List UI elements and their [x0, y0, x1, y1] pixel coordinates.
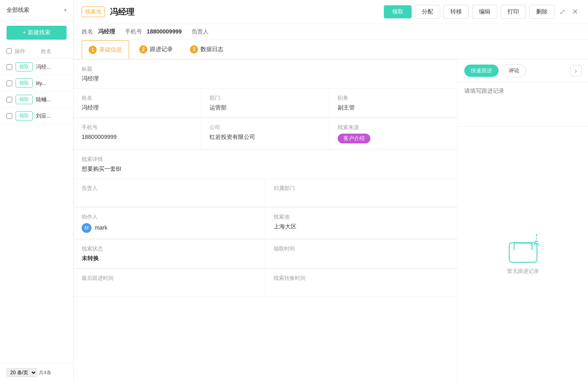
convert-time-value: [274, 284, 449, 291]
header-actions: 领取 分配 转移 编辑 打印 删除 ⤢ ✕: [384, 5, 580, 19]
source-value: 客户介绍: [338, 134, 449, 143]
title-label: 标题: [82, 65, 449, 73]
company-label: 公司: [209, 124, 321, 131]
total-count: 共4条: [39, 369, 51, 376]
transfer-button[interactable]: 转移: [443, 5, 469, 19]
page-title: 冯经理: [110, 7, 379, 18]
name-field: 姓名 冯经理: [82, 28, 115, 36]
sidebar-filter[interactable]: 全部线索 ▾: [0, 0, 73, 21]
claim-button[interactable]: 领取: [16, 95, 33, 104]
detail-tabs: 1 基础信息 2 跟进记录 3 数据日志: [74, 40, 588, 59]
per-page-select[interactable]: 20 条/页: [7, 368, 37, 377]
assign-button[interactable]: 分配: [415, 5, 440, 19]
row-checkbox[interactable]: [7, 80, 12, 86]
position-value: 副主管: [338, 104, 449, 112]
expand-icon[interactable]: ⤢: [558, 6, 567, 18]
list-item: 领取 刘应...: [0, 108, 73, 124]
collaborator-cell: 协作人 M mark: [74, 208, 265, 239]
last-followup-value: [82, 284, 257, 291]
claim-button[interactable]: 领取: [16, 78, 33, 88]
source-cell: 线索来源 客户介绍: [330, 118, 457, 149]
collaborator-name: mark: [95, 224, 107, 231]
phone-cell: 手机号 18800009999: [74, 118, 201, 149]
status-label: 线索状态: [82, 245, 257, 252]
owner-value: [82, 194, 257, 201]
company-value: 红岩投资有限公司: [209, 134, 321, 141]
comment-tab[interactable]: 评论: [502, 64, 526, 77]
followup-input-area: [458, 83, 588, 127]
print-button[interactable]: 打印: [501, 5, 526, 19]
expand-icon[interactable]: ›: [570, 65, 581, 76]
sidebar: 全部线索 ▾ + 新建线索 操作 姓名 领取 冯经... 领取 lily... …: [0, 0, 74, 382]
list-item: 领取 陆蛐...: [0, 92, 73, 108]
claim-button[interactable]: 领取: [384, 5, 412, 18]
claim-time-value: [274, 255, 449, 261]
title-section: 标题 冯经理: [74, 59, 457, 88]
source-tag: 客户介绍: [338, 134, 370, 143]
tab-datalog[interactable]: 3 数据日志: [183, 40, 230, 59]
title-value: 冯经理: [82, 75, 449, 83]
followup-textarea[interactable]: [464, 87, 581, 120]
belong-dept-value: [274, 194, 449, 201]
detail-body: 标题 冯经理 姓名 冯经理 部门 运营部 职务 副主管: [74, 59, 588, 382]
tab-followup-label: 跟进记录: [150, 46, 173, 53]
phone-company-source-row: 手机号 18800009999 公司 红岩投资有限公司 线索来源 客户介绍: [74, 118, 457, 150]
collaborator-value: M mark: [82, 223, 257, 233]
tab-followup[interactable]: 2 跟进记录: [132, 40, 180, 59]
claim-button[interactable]: 领取: [16, 111, 33, 121]
convert-time-label: 线索转换时间: [274, 275, 449, 282]
pool-cell: 线索池 上海大区: [265, 208, 457, 239]
dept-value: 运营部: [209, 104, 321, 112]
pagination: 20 条/页 共4条: [0, 363, 73, 382]
name-cell: 姓名 冯经理: [74, 89, 201, 117]
row-checkbox[interactable]: [7, 97, 12, 103]
name-dept-position-row: 姓名 冯经理 部门 运营部 职务 副主管: [74, 88, 457, 118]
owner-cell: 负责人: [74, 179, 265, 207]
col-name-label: 姓名: [41, 48, 67, 55]
quick-followup-tab[interactable]: 快速跟进: [464, 65, 499, 77]
claim-button[interactable]: 领取: [16, 62, 33, 71]
list-item: 领取 冯经...: [0, 59, 73, 75]
delete-button[interactable]: 删除: [529, 5, 555, 19]
source-label: 线索来源: [338, 124, 449, 131]
col-op-label: 操作: [15, 48, 41, 55]
tab-basic-info[interactable]: 1 基础信息: [82, 40, 129, 59]
edit-button[interactable]: 编辑: [472, 5, 497, 19]
detail-subheader: 姓名 冯经理 手机号 18800009999 负责人: [74, 24, 588, 40]
row-checkbox[interactable]: [7, 113, 12, 119]
row-checkbox[interactable]: [7, 64, 12, 70]
close-icon[interactable]: ✕: [570, 6, 580, 18]
claim-time-cell: 领取时间: [265, 239, 457, 268]
empty-icon: [507, 234, 539, 263]
last-followup-cell: 最后跟进时间: [74, 269, 265, 297]
status-value: 未转换: [82, 255, 257, 262]
claim-time-label: 领取时间: [274, 245, 449, 252]
owner-label: 负责人: [82, 185, 257, 192]
convert-time-cell: 线索转换时间: [265, 269, 457, 297]
detail-section: 线索详情 想要购买一套BI: [74, 150, 457, 179]
table-header: 操作 姓名: [0, 45, 73, 59]
right-panel: 快速跟进 评论 ›: [457, 59, 588, 382]
collaborator-label: 协作人: [82, 213, 257, 221]
tab-circle-1: 1: [89, 46, 97, 54]
followup-convert-row: 最后跟进时间 线索转换时间: [74, 268, 457, 297]
empty-label: 暂无跟进记录: [507, 268, 539, 275]
tab-circle-2: 2: [139, 45, 147, 54]
new-lead-button[interactable]: + 新建线索: [7, 26, 67, 40]
collab-pool-row: 协作人 M mark 线索池 上海大区: [74, 207, 457, 239]
lead-name: lily...: [36, 80, 46, 86]
detail-panel: 线索池 冯经理 领取 分配 转移 编辑 打印 删除 ⤢ ✕ 姓名 冯经理 手机号: [74, 0, 588, 382]
phone-value: 18800009999: [82, 134, 193, 140]
select-all-checkbox[interactable]: [7, 48, 12, 54]
position-cell: 职务 副主管: [330, 89, 457, 117]
sidebar-rows: 领取 冯经... 领取 lily... 领取 陆蛐... 领取 刘应...: [0, 59, 73, 124]
sidebar-filter-label: 全部线索: [7, 7, 29, 14]
tab-datalog-label: 数据日志: [200, 46, 223, 53]
phone-label: 手机号: [82, 124, 193, 131]
name-value: 冯经理: [98, 28, 115, 35]
lead-name: 冯经...: [36, 63, 51, 71]
pool-value: 上海大区: [274, 223, 449, 230]
owner-dept-row: 负责人 归属部门: [74, 179, 457, 207]
last-followup-label: 最后跟进时间: [82, 275, 257, 282]
belong-dept-label: 归属部门: [274, 185, 449, 192]
